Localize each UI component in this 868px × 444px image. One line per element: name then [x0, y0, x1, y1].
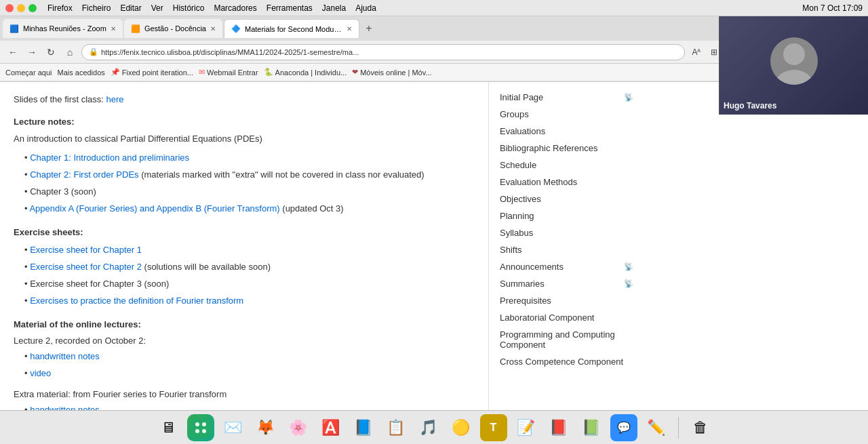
sidebar-item-summaries[interactable]: Summaries 📡 — [500, 275, 633, 292]
dock-spotify[interactable]: 🎵 — [415, 414, 442, 441]
tab-materials-close[interactable]: ✕ — [347, 25, 352, 33]
address-bar[interactable]: 🔒 https://fenix.tecnico.ulisboa.pt/disci… — [81, 44, 685, 60]
sidebar-item-planning[interactable]: Planning — [500, 207, 633, 224]
list-item: Exercises to practice the definition of … — [24, 293, 475, 310]
sidebar-item-schedule-label: Schedule — [500, 160, 536, 170]
bookmark-anaconda[interactable]: 🐍 Anaconda | Individu... — [264, 68, 347, 77]
online-lectures-title: Material of the online lectures: — [14, 318, 475, 332]
tab-gestao-label: Gestão - Docência — [144, 24, 206, 33]
list-item: Exercise sheet for Chapter 3 (soon) — [24, 276, 475, 293]
bookmark-comecar[interactable]: Começar aqui — [5, 68, 52, 77]
menu-ficheiro[interactable]: Ficheiro — [82, 3, 111, 13]
lecture-notes-intro: An introduction to classical Partial Dif… — [14, 132, 475, 146]
dock-notes[interactable]: 🟡 — [448, 414, 475, 441]
page-content: Slides of the first class: here Lecture … — [0, 82, 488, 411]
dock-photos[interactable]: 🌸 — [285, 414, 312, 441]
sidebar-item-laboratorial[interactable]: Laboratorial Component — [500, 309, 633, 326]
browser-content-wrapper: Slides of the first class: here Lecture … — [0, 82, 868, 411]
dock-mail[interactable]: ✉️ — [220, 414, 247, 441]
video-avatar-area — [724, 20, 864, 101]
sidebar-item-objectives[interactable]: Objectives — [500, 190, 633, 207]
forward-button[interactable]: → — [24, 45, 39, 60]
home-button[interactable]: ⌂ — [62, 45, 77, 60]
sidebar-item-syllabus[interactable]: Syllabus — [500, 224, 633, 241]
fourier-exercise-link[interactable]: Exercises to practice the definition of … — [30, 296, 243, 306]
menu-marcadores[interactable]: Marcadores — [214, 3, 256, 13]
dock-texshop[interactable]: T — [480, 414, 507, 441]
bookmark-fixed[interactable]: 📌 Fixed point iteration... — [111, 68, 193, 77]
rss-icon-summaries: 📡 — [624, 279, 633, 288]
sidebar-item-groups[interactable]: Groups — [500, 106, 633, 123]
bookmark-moveis[interactable]: ❤ Móveis online | Móv... — [352, 68, 431, 77]
dock-acrobat[interactable]: 📕 — [545, 414, 572, 441]
sidebar-item-initial-page-label: Initial Page — [500, 92, 543, 102]
dock-finder[interactable]: 🖥 — [155, 414, 182, 441]
menu-janela[interactable]: Janela — [322, 3, 346, 13]
bookmark-mais[interactable]: Mais acedidos — [57, 68, 104, 77]
video-person-name: Hugo Tavares — [724, 101, 776, 110]
dock-word[interactable]: 📘 — [350, 414, 377, 441]
lecture-notes-title: Lecture notes: — [14, 115, 475, 129]
reload-button[interactable]: ↻ — [43, 45, 58, 60]
dock-word2[interactable]: 📝 — [513, 414, 540, 441]
dock-firefox[interactable]: 🦊 — [252, 414, 279, 441]
minimize-button[interactable] — [17, 4, 25, 12]
dock-trash[interactable]: 🗑 — [687, 414, 714, 441]
tab-zoom-close[interactable]: ✕ — [111, 25, 116, 33]
bookmark-anaconda-icon: 🐍 — [264, 68, 273, 77]
slides-here-link[interactable]: here — [106, 94, 124, 104]
fullscreen-button[interactable] — [28, 4, 37, 12]
menu-ferramentas[interactable]: Ferramentas — [267, 3, 313, 13]
back-button[interactable]: ← — [5, 45, 20, 60]
close-button[interactable] — [5, 4, 14, 12]
tab-materials-icon: 🔷 — [231, 24, 241, 33]
exercise2-link[interactable]: Exercise sheet for Chapter 2 — [30, 262, 142, 272]
sidebar-item-initial-page[interactable]: Initial Page 📡 — [500, 89, 633, 106]
lecture2-notes-link[interactable]: handwritten notes — [30, 351, 100, 361]
traffic-lights[interactable] — [5, 4, 37, 12]
tab-gestao[interactable]: 🟧 Gestão - Docência ✕ — [124, 19, 222, 38]
list-item: Appendix A (Fourier Series) and Appendix… — [24, 201, 475, 218]
list-item: Chapter 1: Introduction and preliminarie… — [24, 150, 475, 167]
menu-historico[interactable]: Histórico — [173, 3, 205, 13]
sidebar-item-prerequisites-label: Prerequisites — [500, 296, 551, 306]
tab-materials-label: Materials for Second Module - — [245, 25, 342, 33]
dock-pencil[interactable]: ✏️ — [643, 414, 670, 441]
chapter2-link[interactable]: Chapter 2: First order PDEs — [30, 169, 138, 180]
sidebar-item-shifts[interactable]: Shifts — [500, 241, 633, 258]
sidebar-item-bibliographic[interactable]: Bibliographic References — [500, 140, 633, 157]
new-tab-button[interactable]: + — [361, 20, 377, 37]
tab-zoom[interactable]: 🟦 Minhas Reuniões - Zoom ✕ — [3, 19, 123, 38]
sidebar-item-evaluation-methods[interactable]: Evaluation Methods — [500, 174, 633, 190]
dock-launchpad[interactable] — [187, 414, 214, 441]
tab-materials[interactable]: 🔷 Materials for Second Module - ✕ — [224, 19, 359, 38]
chapter1-link[interactable]: Chapter 1: Introduction and preliminarie… — [30, 153, 189, 163]
tab-gestao-close[interactable]: ✕ — [210, 25, 216, 33]
dock-appstore[interactable]: 🅰️ — [317, 414, 344, 441]
sidebar-item-schedule[interactable]: Schedule — [500, 157, 633, 174]
dock: 🖥 ✉️ 🦊 🌸 🅰️ 📘 📋 🎵 🟡 T 📝 📕 📗 💬 ✏️ 🗑 — [0, 410, 868, 444]
lecture2-video-link[interactable]: video — [30, 368, 51, 378]
bookmark-webmail[interactable]: ✉ Webmail Entrar — [199, 68, 258, 77]
menu-ver[interactable]: Ver — [151, 3, 163, 13]
svg-rect-2 — [191, 418, 210, 437]
menu-ajuda[interactable]: Ajuda — [355, 3, 376, 13]
menu-firefox[interactable]: Firefox — [47, 3, 73, 13]
sidebar-item-evaluations[interactable]: Evaluations — [500, 123, 633, 140]
dock-zoom[interactable]: 💬 — [610, 414, 637, 441]
exercise-sheets-title: Exercise sheets: — [14, 226, 475, 240]
exercise1-link[interactable]: Exercise sheet for Chapter 1 — [30, 245, 142, 255]
sidebar-item-bibliographic-label: Bibliographic References — [500, 143, 598, 153]
sidebar-item-programming[interactable]: Programming and Computing Component — [500, 326, 633, 353]
menu-editar[interactable]: Editar — [120, 3, 141, 13]
translate-icon[interactable]: Aᴬ — [689, 45, 704, 60]
appendix-link[interactable]: Appendix A (Fourier Series) and Appendix… — [29, 203, 279, 214]
sidebar-item-announcements[interactable]: Announcements 📡 — [500, 258, 633, 275]
video-call-overlay: Hugo Tavares — [719, 16, 868, 115]
sidebar-item-prerequisites[interactable]: Prerequisites — [500, 292, 633, 309]
dock-excel[interactable]: 📗 — [578, 414, 605, 441]
sidebar-item-cross-competence[interactable]: Cross Competence Component — [500, 353, 633, 370]
list-item: Exercise sheet for Chapter 1 — [24, 242, 475, 259]
exercise-sheets-section: Exercise sheets: Exercise sheet for Chap… — [14, 226, 475, 310]
dock-remarkable[interactable]: 📋 — [382, 414, 410, 441]
